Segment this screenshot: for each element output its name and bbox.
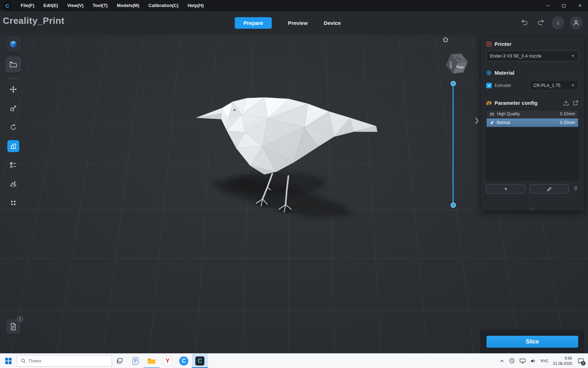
check-icon (487, 83, 491, 87)
start-button[interactable] (0, 354, 17, 368)
taskbar-app-notes[interactable] (127, 354, 144, 368)
page-title: Creality_Print (3, 15, 64, 26)
settings-panel: ❯ Printer Ender-3 V3 SE_0.4 nozzle ▼ Mat… (480, 36, 584, 211)
tray-display-icon[interactable] (519, 358, 526, 364)
add-model-button[interactable] (5, 36, 21, 52)
chevron-down-icon: ▼ (571, 83, 575, 87)
tab-prepare[interactable]: Prepare (235, 17, 272, 29)
download-button[interactable]: ↓ (552, 16, 564, 29)
param-section-header: Parameter config (486, 100, 579, 106)
toolbar-grip[interactable]: •••••• (8, 77, 19, 80)
profile-buttons: + (486, 184, 579, 193)
tab-preview[interactable]: Preview (288, 20, 308, 26)
maximize-icon (562, 4, 566, 7)
scale-tool-button[interactable] (7, 102, 19, 114)
taskbar-clock[interactable]: 9:56 21.08.2025 (553, 356, 572, 366)
material-select-value: CR-PLA_1.75 (533, 83, 560, 88)
rotate-tool-button[interactable] (7, 121, 19, 133)
profile-value: 0.20mm (560, 120, 575, 125)
language-indicator[interactable]: РУС (541, 359, 548, 363)
layer-slider[interactable] (453, 84, 454, 205)
add-profile-button[interactable]: + (486, 184, 525, 193)
scale-icon (10, 105, 17, 112)
c-app-icon: C (179, 356, 188, 366)
seam-tool-button[interactable] (7, 178, 19, 190)
tray-speaker-icon[interactable] (530, 358, 536, 364)
material-icon (486, 70, 492, 76)
bird-pupil (234, 110, 236, 111)
folder-icon (9, 60, 18, 69)
object-list-button[interactable] (7, 159, 19, 171)
menu-calibration[interactable]: Calibration(C) (144, 0, 183, 11)
menu-tool[interactable]: Tool(T) (88, 0, 112, 11)
list-icon (10, 162, 17, 169)
taskbar-time: 9:56 (553, 356, 572, 361)
notes-app-icon (131, 357, 140, 365)
profile-name: Normal (497, 120, 510, 125)
slider-handle-bottom[interactable] (450, 203, 456, 208)
close-button[interactable]: ✕ (572, 0, 588, 11)
redo-button[interactable] (536, 18, 546, 28)
undo-icon (521, 19, 528, 27)
tray-expand-icon[interactable] (499, 359, 504, 363)
taskbar-app-explorer[interactable] (144, 354, 160, 368)
menu-help[interactable]: Help(H) (183, 0, 208, 11)
material-select[interactable]: CR-PLA_1.75 ▼ (530, 80, 579, 91)
menu-edit[interactable]: Edit(E) (39, 0, 63, 11)
extruder-checkbox[interactable] (486, 83, 492, 88)
delete-profile-button[interactable] (573, 185, 579, 192)
notification-center-button[interactable]: 2 (577, 357, 584, 365)
profile-value: 0.10mm (560, 111, 575, 116)
taskbar-app-yandex[interactable]: Y (160, 354, 176, 368)
redo-icon (537, 19, 545, 27)
parameter-sliders-icon (486, 100, 492, 106)
tab-device[interactable]: Device (324, 20, 341, 26)
view-cube[interactable]: Top Front Right (438, 43, 476, 85)
menu-models[interactable]: Models(M) (112, 0, 144, 11)
model-shadow (210, 172, 353, 217)
notification-badge: 2 (581, 361, 586, 366)
taskbar-date: 21.08.2025 (553, 361, 572, 366)
bird-facets (196, 97, 377, 172)
printer-select[interactable]: Ender-3 V3 SE_0.4 nozzle ▼ (486, 50, 579, 61)
taskbar-search[interactable] (17, 355, 112, 367)
model-cube-icon (9, 40, 18, 48)
task-view-icon (116, 357, 123, 364)
slider-handle-top[interactable] (450, 81, 456, 86)
bird-model[interactable] (189, 94, 385, 227)
object-list-tile[interactable]: 1 (6, 319, 21, 334)
search-icon (21, 358, 26, 363)
move-tool-button[interactable] (7, 83, 19, 95)
account-button[interactable] (570, 16, 582, 29)
menu-file[interactable]: File(F) (16, 0, 39, 11)
profile-row-normal[interactable]: Normal 0.20mm (486, 118, 578, 127)
support-icon (10, 143, 17, 150)
export-profile-icon[interactable] (573, 100, 579, 106)
edit-pencil-icon (547, 186, 552, 192)
edit-profile-button[interactable] (530, 184, 569, 193)
taskbar-app-creality[interactable]: C (192, 354, 208, 368)
task-view-button[interactable] (112, 354, 127, 368)
windows-logo-icon (5, 358, 12, 364)
panel-resize-grip[interactable]: |||| (530, 207, 534, 210)
minimize-button[interactable] (540, 0, 556, 11)
slice-button[interactable]: Slice (486, 336, 578, 348)
open-file-button[interactable] (5, 56, 21, 73)
window-controls: ✕ (540, 0, 588, 11)
tray-clock-icon[interactable] (509, 358, 515, 364)
slice-bar: Slice (480, 330, 584, 353)
more-tools-button[interactable] (7, 197, 19, 209)
undo-button[interactable] (519, 18, 530, 28)
maximize-button[interactable] (556, 0, 572, 11)
printer-icon (486, 41, 492, 47)
user-avatar-icon (573, 19, 580, 26)
menu-view[interactable]: View(V) (63, 0, 88, 11)
panel-collapse-arrow[interactable]: ❯ (474, 117, 479, 124)
taskbar-app-c[interactable]: C (176, 354, 192, 368)
support-tool-button[interactable] (7, 140, 19, 152)
system-tray: РУС 9:56 21.08.2025 2 (499, 354, 588, 368)
profile-row-high-quality[interactable]: High Quality 0.10mm (486, 110, 578, 118)
profile-list: High Quality 0.10mm Normal 0.20mm (486, 109, 579, 180)
search-input[interactable] (29, 358, 108, 363)
import-profile-icon[interactable] (563, 100, 569, 106)
